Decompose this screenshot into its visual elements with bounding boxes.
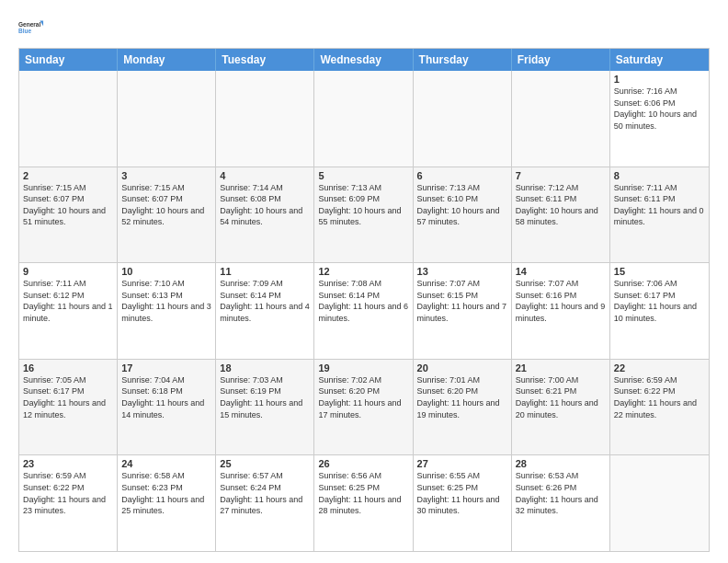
day-info: Sunrise: 7:09 AM Sunset: 6:14 PM Dayligh… [220, 278, 310, 324]
header-cell-saturday: Saturday [610, 49, 709, 71]
day-number: 11 [220, 266, 310, 277]
day-number: 8 [614, 170, 705, 181]
day-info: Sunrise: 7:12 AM Sunset: 6:11 PM Dayligh… [516, 182, 606, 228]
calendar-row-2: 9Sunrise: 7:11 AM Sunset: 6:12 PM Daylig… [19, 263, 709, 360]
day-info: Sunrise: 7:05 AM Sunset: 6:17 PM Dayligh… [23, 374, 113, 420]
empty-cell [19, 71, 118, 167]
day-info: Sunrise: 6:59 AM Sunset: 6:22 PM Dayligh… [23, 470, 113, 516]
day-number: 3 [121, 170, 211, 181]
day-cell-8: 8Sunrise: 7:11 AM Sunset: 6:11 PM Daylig… [610, 167, 709, 263]
header-cell-wednesday: Wednesday [314, 49, 413, 71]
empty-cell [414, 71, 512, 167]
day-number: 15 [614, 266, 705, 277]
header-cell-thursday: Thursday [414, 49, 512, 71]
day-info: Sunrise: 6:59 AM Sunset: 6:22 PM Dayligh… [614, 374, 705, 420]
day-cell-19: 19Sunrise: 7:02 AM Sunset: 6:20 PM Dayli… [314, 360, 413, 455]
day-number: 10 [121, 266, 211, 277]
day-cell-5: 5Sunrise: 7:13 AM Sunset: 6:09 PM Daylig… [314, 167, 413, 263]
day-number: 22 [614, 362, 705, 373]
day-number: 28 [516, 458, 606, 469]
header-cell-monday: Monday [118, 49, 216, 71]
day-cell-21: 21Sunrise: 7:00 AM Sunset: 6:21 PM Dayli… [512, 360, 610, 455]
day-number: 21 [516, 362, 606, 373]
day-number: 16 [23, 362, 113, 373]
empty-cell [512, 71, 610, 167]
day-number: 20 [417, 362, 507, 373]
empty-cell [314, 71, 413, 167]
day-info: Sunrise: 6:56 AM Sunset: 6:25 PM Dayligh… [318, 470, 408, 516]
day-cell-25: 25Sunrise: 6:57 AM Sunset: 6:24 PM Dayli… [216, 455, 314, 551]
day-info: Sunrise: 7:16 AM Sunset: 6:06 PM Dayligh… [614, 86, 705, 132]
day-number: 1 [614, 74, 705, 85]
day-number: 6 [417, 170, 507, 181]
day-cell-16: 16Sunrise: 7:05 AM Sunset: 6:17 PM Dayli… [19, 360, 118, 455]
day-number: 14 [516, 266, 606, 277]
day-number: 18 [220, 362, 310, 373]
day-cell-9: 9Sunrise: 7:11 AM Sunset: 6:12 PM Daylig… [19, 263, 118, 359]
day-info: Sunrise: 6:57 AM Sunset: 6:24 PM Dayligh… [220, 470, 310, 516]
calendar-row-1: 2Sunrise: 7:15 AM Sunset: 6:07 PM Daylig… [19, 167, 709, 264]
day-cell-14: 14Sunrise: 7:07 AM Sunset: 6:16 PM Dayli… [512, 263, 610, 359]
day-cell-22: 22Sunrise: 6:59 AM Sunset: 6:22 PM Dayli… [610, 360, 709, 455]
day-cell-4: 4Sunrise: 7:14 AM Sunset: 6:08 PM Daylig… [216, 167, 314, 263]
day-cell-27: 27Sunrise: 6:55 AM Sunset: 6:25 PM Dayli… [414, 455, 512, 551]
day-cell-17: 17Sunrise: 7:04 AM Sunset: 6:18 PM Dayli… [118, 360, 216, 455]
header-cell-friday: Friday [512, 49, 610, 71]
day-cell-7: 7Sunrise: 7:12 AM Sunset: 6:11 PM Daylig… [512, 167, 610, 263]
day-cell-13: 13Sunrise: 7:07 AM Sunset: 6:15 PM Dayli… [414, 263, 512, 359]
day-cell-26: 26Sunrise: 6:56 AM Sunset: 6:25 PM Dayli… [314, 455, 413, 551]
day-cell-2: 2Sunrise: 7:15 AM Sunset: 6:07 PM Daylig… [19, 167, 118, 263]
day-cell-18: 18Sunrise: 7:03 AM Sunset: 6:19 PM Dayli… [216, 360, 314, 455]
day-info: Sunrise: 7:13 AM Sunset: 6:09 PM Dayligh… [318, 182, 408, 228]
day-number: 19 [318, 362, 408, 373]
calendar: SundayMondayTuesdayWednesdayThursdayFrid… [18, 48, 710, 552]
header-cell-tuesday: Tuesday [216, 49, 314, 71]
day-number: 24 [121, 458, 211, 469]
day-info: Sunrise: 7:03 AM Sunset: 6:19 PM Dayligh… [220, 374, 310, 420]
day-info: Sunrise: 6:58 AM Sunset: 6:23 PM Dayligh… [121, 470, 211, 516]
day-number: 2 [23, 170, 113, 181]
day-cell-12: 12Sunrise: 7:08 AM Sunset: 6:14 PM Dayli… [314, 263, 413, 359]
page: GeneralBlue SundayMondayTuesdayWednesday… [0, 0, 728, 563]
day-info: Sunrise: 7:11 AM Sunset: 6:11 PM Dayligh… [614, 182, 705, 228]
day-cell-6: 6Sunrise: 7:13 AM Sunset: 6:10 PM Daylig… [414, 167, 512, 263]
day-info: Sunrise: 7:14 AM Sunset: 6:08 PM Dayligh… [220, 182, 310, 228]
day-info: Sunrise: 7:00 AM Sunset: 6:21 PM Dayligh… [516, 374, 606, 420]
day-number: 4 [220, 170, 310, 181]
day-number: 26 [318, 458, 408, 469]
day-info: Sunrise: 7:10 AM Sunset: 6:13 PM Dayligh… [121, 278, 211, 324]
svg-text:Blue: Blue [18, 28, 31, 34]
header: GeneralBlue [18, 15, 710, 40]
day-number: 9 [23, 266, 113, 277]
day-number: 13 [417, 266, 507, 277]
day-number: 5 [318, 170, 408, 181]
calendar-body: 1Sunrise: 7:16 AM Sunset: 6:06 PM Daylig… [19, 71, 709, 551]
day-info: Sunrise: 7:04 AM Sunset: 6:18 PM Dayligh… [121, 374, 211, 420]
day-info: Sunrise: 7:01 AM Sunset: 6:20 PM Dayligh… [417, 374, 507, 420]
calendar-row-3: 16Sunrise: 7:05 AM Sunset: 6:17 PM Dayli… [19, 360, 709, 456]
header-cell-sunday: Sunday [19, 49, 118, 71]
svg-text:General: General [18, 21, 40, 28]
day-number: 17 [121, 362, 211, 373]
day-cell-10: 10Sunrise: 7:10 AM Sunset: 6:13 PM Dayli… [118, 263, 216, 359]
day-info: Sunrise: 7:07 AM Sunset: 6:16 PM Dayligh… [516, 278, 606, 324]
day-info: Sunrise: 7:11 AM Sunset: 6:12 PM Dayligh… [23, 278, 113, 324]
day-number: 12 [318, 266, 408, 277]
day-info: Sunrise: 6:55 AM Sunset: 6:25 PM Dayligh… [417, 470, 507, 516]
day-info: Sunrise: 7:15 AM Sunset: 6:07 PM Dayligh… [121, 182, 211, 228]
day-cell-1: 1Sunrise: 7:16 AM Sunset: 6:06 PM Daylig… [610, 71, 709, 167]
day-cell-24: 24Sunrise: 6:58 AM Sunset: 6:23 PM Dayli… [118, 455, 216, 551]
day-number: 7 [516, 170, 606, 181]
day-number: 25 [220, 458, 310, 469]
logo-icon: GeneralBlue [18, 15, 44, 40]
day-info: Sunrise: 6:53 AM Sunset: 6:26 PM Dayligh… [516, 470, 606, 516]
day-cell-28: 28Sunrise: 6:53 AM Sunset: 6:26 PM Dayli… [512, 455, 610, 551]
day-info: Sunrise: 7:06 AM Sunset: 6:17 PM Dayligh… [614, 278, 705, 324]
day-cell-3: 3Sunrise: 7:15 AM Sunset: 6:07 PM Daylig… [118, 167, 216, 263]
day-cell-20: 20Sunrise: 7:01 AM Sunset: 6:20 PM Dayli… [414, 360, 512, 455]
calendar-header-row: SundayMondayTuesdayWednesdayThursdayFrid… [19, 49, 709, 71]
day-cell-15: 15Sunrise: 7:06 AM Sunset: 6:17 PM Dayli… [610, 263, 709, 359]
day-info: Sunrise: 7:08 AM Sunset: 6:14 PM Dayligh… [318, 278, 408, 324]
calendar-row-0: 1Sunrise: 7:16 AM Sunset: 6:06 PM Daylig… [19, 71, 709, 167]
day-info: Sunrise: 7:15 AM Sunset: 6:07 PM Dayligh… [23, 182, 113, 228]
